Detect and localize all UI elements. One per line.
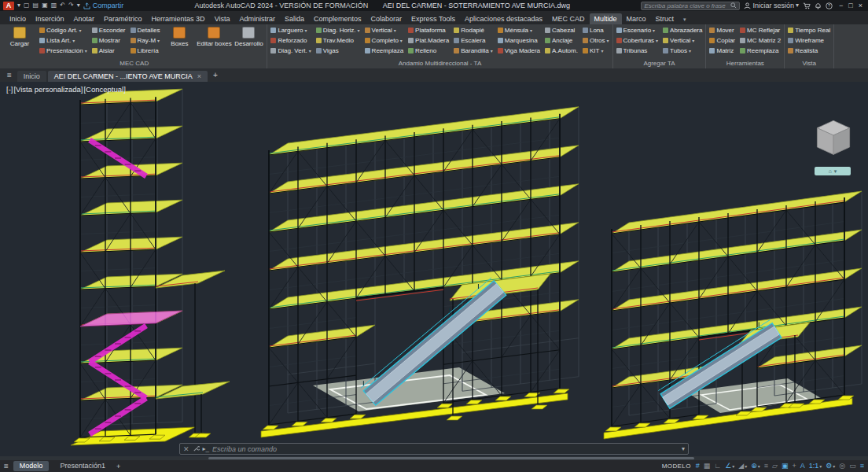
cart-icon[interactable]: [803, 2, 811, 9]
annotation-monitor-icon[interactable]: ◎: [839, 463, 845, 470]
a-autom-button[interactable]: A.Autom.: [543, 46, 579, 56]
wireframe-button[interactable]: Wireframe: [786, 35, 832, 46]
command-recent-icon[interactable]: ▾: [682, 445, 685, 452]
close-button[interactable]: ×: [856, 2, 865, 9]
navbar-expand-icon[interactable]: ▾: [834, 168, 837, 175]
scaffold-main-walkway-ground[interactable]: [261, 367, 568, 437]
lista-art-button[interactable]: Lista Art.▾: [38, 35, 89, 46]
ribbon-tab-mec-cad[interactable]: MEC CAD: [547, 13, 590, 24]
ribbon-tab-inicio[interactable]: Inicio: [5, 13, 31, 24]
lineweight-icon[interactable]: ≡: [764, 463, 768, 470]
polar-tracking-icon[interactable]: ∠▾: [725, 463, 734, 470]
file-tab-aei-del-carmen-iento-ave-murcia[interactable]: AEI DEL CARMEN - ...IENTO AVE MURCIA×: [48, 71, 208, 82]
mover-button[interactable]: Mover: [708, 25, 737, 35]
file-tabs-menu-icon[interactable]: ≡: [3, 71, 16, 79]
ribbon-state-toggle-icon[interactable]: ▾: [682, 15, 688, 24]
redo-icon[interactable]: ↷: [68, 2, 74, 9]
horizontal-scrollbar[interactable]: [0, 456, 868, 460]
command-close-icon[interactable]: ✕: [183, 445, 189, 453]
codigo-art-button[interactable]: Código Art.▾: [38, 25, 89, 35]
ortho-icon[interactable]: ∟: [714, 463, 721, 470]
ribbon-tab-colaborar[interactable]: Colaborar: [366, 13, 407, 24]
sign-in-button[interactable]: Iniciar sesión ▾: [744, 2, 799, 9]
panel-label-vista[interactable]: Vista: [802, 60, 816, 67]
app-menu-arrow-icon[interactable]: ▾: [17, 2, 20, 9]
vertical-button[interactable]: Vertical▾: [363, 25, 405, 35]
marquesina-button[interactable]: Marquesina: [496, 35, 542, 46]
ribbon-tab-marco[interactable]: Marco: [622, 13, 651, 24]
anclaje-button[interactable]: Anclaje: [543, 35, 579, 46]
navigation-bar[interactable]: ⌂ ▾: [815, 167, 851, 175]
workspace-switching-icon[interactable]: ⚙▾: [826, 463, 835, 470]
mc-reflejar-button[interactable]: MC Reflejar: [738, 25, 782, 35]
tribunas-button[interactable]: Tribunas: [615, 46, 660, 56]
aislar-button[interactable]: Aislar: [90, 46, 127, 56]
rodapie-button[interactable]: Rodapié: [452, 25, 495, 35]
minimize-button[interactable]: −: [837, 2, 845, 9]
ribbon-tab-struct[interactable]: Struct: [651, 13, 679, 24]
mensula-button[interactable]: Ménsula▾: [496, 25, 542, 35]
file-tab-inicio[interactable]: Inicio: [17, 71, 46, 82]
command-input[interactable]: [212, 445, 679, 453]
isodraft-icon[interactable]: ◢▾: [738, 463, 747, 470]
tiempo-real-button[interactable]: Tiempo Real: [786, 25, 832, 35]
ribbon-tab-salida[interactable]: Salida: [280, 13, 309, 24]
autocad-logo[interactable]: A: [3, 2, 14, 10]
ribbon-tab-anotar[interactable]: Anotar: [69, 13, 100, 24]
vertical-button[interactable]: Vertical▾: [661, 35, 704, 46]
navbar-home-icon[interactable]: ⌂: [829, 168, 832, 174]
esconder-button[interactable]: Esconder: [90, 25, 127, 35]
viga-madera-button[interactable]: Viga Madera: [496, 46, 542, 56]
barandilla-button[interactable]: Barandilla▾: [452, 46, 495, 56]
detalles-button[interactable]: Detalles: [129, 25, 162, 35]
ribbon-tab-herramientas-3d[interactable]: Herramientas 3D: [147, 13, 210, 24]
ribbon-tab-multide[interactable]: Multide: [590, 13, 622, 24]
new-layout-button[interactable]: +: [116, 463, 120, 470]
panel-label-mec-cad[interactable]: MEC CAD: [120, 60, 149, 67]
search-icon[interactable]: [730, 2, 737, 9]
larguero-button[interactable]: Larguero▾: [269, 25, 312, 35]
kit-button[interactable]: KIT▾: [581, 46, 611, 56]
share-button[interactable]: Compartir: [83, 2, 124, 9]
customization-icon[interactable]: ≡: [860, 463, 864, 470]
ribbon-tab-aplicaciones-destacadas[interactable]: Aplicaciones destacadas: [460, 13, 547, 24]
ribbon-tab-vista[interactable]: Vista: [210, 13, 235, 24]
copiar-button[interactable]: Copiar: [708, 35, 737, 46]
transparency-icon[interactable]: ▱: [772, 463, 778, 470]
plat-madera-button[interactable]: Plat.Madera: [406, 35, 451, 46]
mc-matriz-2-button[interactable]: MC Matriz 2: [738, 35, 782, 46]
command-line[interactable]: ✕ ▸_ ▾: [179, 443, 689, 455]
ribbon-tab-complementos[interactable]: Complementos: [309, 13, 366, 24]
viewport-controls-menu[interactable]: [-]: [6, 85, 13, 94]
visual-style-menu[interactable]: [Conceptual]: [83, 85, 125, 94]
editar-boxes-button[interactable]: Editar boxes: [197, 25, 230, 47]
escalera-button[interactable]: Escalera: [452, 35, 495, 46]
grid-icon[interactable]: #: [696, 463, 700, 470]
panel-label-herramientas[interactable]: Herramientas: [726, 60, 764, 67]
cargar-button[interactable]: Cargar: [3, 25, 36, 47]
presentacion-button[interactable]: Presentación▾: [38, 46, 89, 56]
model-space-canvas[interactable]: [0, 82, 868, 456]
lona-button[interactable]: Lona: [581, 25, 611, 35]
save-icon[interactable]: ▣: [42, 2, 48, 9]
selection-cycling-icon[interactable]: ▣: [782, 463, 789, 470]
matriz-button[interactable]: Matriz: [708, 46, 737, 56]
plataforma-button[interactable]: Plataforma: [406, 25, 451, 35]
escenario-button[interactable]: Escenario▾: [615, 25, 660, 35]
ribbon-tab-parametrico[interactable]: Paramétrico: [99, 13, 147, 24]
cabezal-button[interactable]: Cabezal: [543, 25, 579, 35]
annotation-scale-icon[interactable]: 1:1▾: [809, 463, 822, 470]
completo-button[interactable]: Completo▾: [363, 35, 405, 46]
annotation-visibility-icon[interactable]: A: [800, 463, 805, 470]
new-drawing-tab-button[interactable]: +: [209, 71, 222, 79]
ribbon-tab-express-tools[interactable]: Express Tools: [406, 13, 460, 24]
desarrollo-button[interactable]: Desarrollo: [232, 25, 265, 47]
trav-medio-button[interactable]: Trav.Medio: [314, 35, 362, 46]
realista-button[interactable]: Realista: [786, 46, 832, 56]
relleno-button[interactable]: Relleno: [406, 46, 451, 56]
viewcube[interactable]: [810, 112, 857, 162]
boxes-button[interactable]: Boxes: [163, 25, 196, 47]
diag-vert-button[interactable]: Diag. Vert.▾: [269, 46, 312, 56]
libreria-button[interactable]: Librería: [129, 46, 162, 56]
reemplaza-button[interactable]: Reemplaza: [363, 46, 405, 56]
